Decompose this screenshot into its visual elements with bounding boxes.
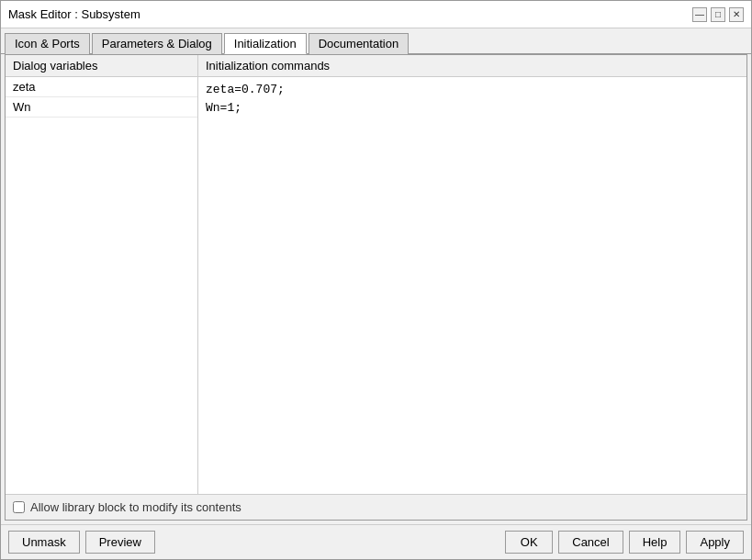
init-commands-text: zeta=0.707; Wn=1; [206, 81, 739, 117]
allow-library-checkbox[interactable] [13, 501, 25, 513]
title-bar: Mask Editor : Subsystem — □ ✕ [1, 1, 751, 28]
init-commands-header: Initialization commands [198, 55, 746, 77]
preview-button[interactable]: Preview [85, 531, 155, 554]
dialog-var-zeta[interactable]: zeta [6, 77, 197, 97]
main-window: Mask Editor : Subsystem — □ ✕ Icon & Por… [0, 0, 752, 560]
init-commands-area[interactable]: zeta=0.707; Wn=1; [198, 77, 746, 494]
window-title: Mask Editor : Subsystem [8, 7, 140, 21]
checkbox-row: Allow library block to modify its conten… [6, 494, 746, 520]
footer-left: Unmask Preview [8, 531, 155, 554]
footer-right: OK Cancel Help Apply [505, 531, 744, 554]
content-area: Dialog variables zeta Wn Initialization … [5, 54, 747, 521]
maximize-button[interactable]: □ [711, 7, 725, 22]
dialog-vars-list: zeta Wn [6, 77, 197, 494]
allow-library-label: Allow library block to modify its conten… [30, 500, 241, 514]
right-panel: Initialization commands zeta=0.707; Wn=1… [198, 55, 746, 494]
tab-bar: Icon & Ports Parameters & Dialog Initial… [1, 28, 751, 54]
tab-icon-ports[interactable]: Icon & Ports [5, 33, 90, 54]
apply-button[interactable]: Apply [686, 531, 744, 554]
close-button[interactable]: ✕ [729, 7, 744, 22]
left-panel: Dialog variables zeta Wn [6, 55, 198, 494]
dialog-var-wn[interactable]: Wn [6, 97, 197, 118]
tab-documentation[interactable]: Documentation [309, 33, 409, 54]
cancel-button[interactable]: Cancel [558, 531, 623, 554]
tab-initialization[interactable]: Initialization [224, 33, 307, 54]
unmask-button[interactable]: Unmask [8, 531, 80, 554]
footer: Unmask Preview OK Cancel Help Apply [1, 524, 751, 559]
ok-button[interactable]: OK [505, 531, 553, 554]
tab-parameters-dialog[interactable]: Parameters & Dialog [92, 33, 222, 54]
title-bar-left: Mask Editor : Subsystem [8, 7, 140, 21]
main-panel: Dialog variables zeta Wn Initialization … [6, 55, 746, 494]
title-bar-controls: — □ ✕ [692, 7, 744, 22]
dialog-vars-header: Dialog variables [6, 55, 197, 77]
minimize-button[interactable]: — [692, 7, 707, 22]
help-button[interactable]: Help [629, 531, 681, 554]
